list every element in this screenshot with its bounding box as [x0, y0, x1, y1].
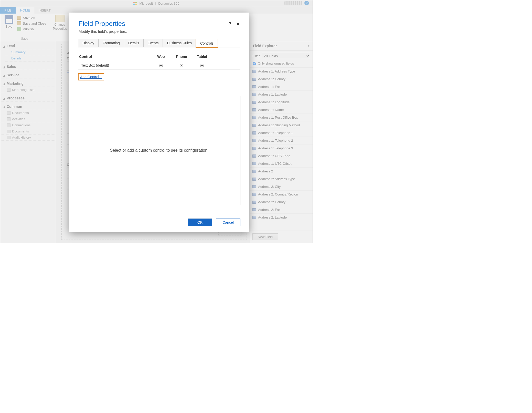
dialog-subtitle: Modify this field's properties.	[79, 29, 127, 34]
tab-controls[interactable]: Controls	[196, 39, 218, 47]
radio-phone[interactable]	[180, 64, 183, 67]
dialog-close-icon[interactable]: ✕	[236, 21, 240, 34]
control-name: Text Box (default)	[79, 63, 151, 67]
add-control-link[interactable]: Add Control...	[78, 73, 104, 80]
col-phone: Phone	[171, 55, 192, 59]
col-tablet: Tablet	[192, 55, 212, 59]
tab-formatting[interactable]: Formatting	[98, 39, 124, 47]
tab-display[interactable]: Display	[78, 39, 99, 47]
field-properties-dialog: Field Properties Modify this field's pro…	[69, 13, 249, 232]
controls-table: Control Web Phone Tablet Text Box (defau…	[78, 53, 240, 70]
config-hint-text: Select or add a custom control to see it…	[110, 148, 208, 153]
dialog-tabs: Display Formatting Details Events Busine…	[78, 39, 240, 47]
radio-web[interactable]	[159, 64, 163, 67]
dialog-title: Field Properties	[79, 20, 127, 28]
ok-button[interactable]: OK	[188, 219, 212, 226]
control-config-area: Select or add a custom control to see it…	[78, 96, 240, 205]
col-control: Control	[79, 55, 151, 59]
radio-tablet[interactable]	[200, 64, 204, 67]
control-row[interactable]: Text Box (default)	[78, 61, 240, 70]
dialog-help-icon[interactable]: ?	[229, 21, 231, 34]
cancel-button[interactable]: Cancel	[216, 219, 240, 226]
tab-details[interactable]: Details	[124, 39, 144, 47]
tab-events[interactable]: Events	[143, 39, 163, 47]
tab-business-rules[interactable]: Business Rules	[163, 39, 196, 47]
col-web: Web	[151, 55, 171, 59]
